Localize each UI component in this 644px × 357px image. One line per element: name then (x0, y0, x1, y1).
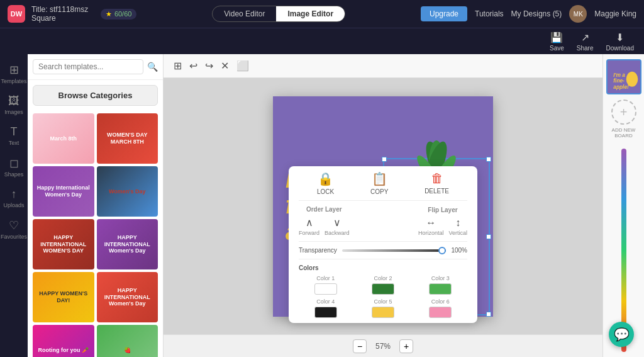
templates-icon: ⊞ (9, 63, 19, 77)
copy-label: COPY (370, 188, 388, 195)
lock-icon: 🔒 (318, 171, 333, 186)
search-button[interactable]: 🔍 (147, 62, 158, 72)
rating-badge: ★ 60/60 (101, 9, 137, 20)
topbar-right: Upgrade Tutorials My Designs (5) MK Magg… (421, 5, 636, 23)
text-label: Text (9, 140, 19, 146)
transparency-value: 100% (451, 247, 467, 254)
copy-button[interactable]: 📋 COPY (370, 171, 388, 195)
color-item-4: Color 4 (299, 298, 352, 318)
order-layer-group: Order Layer ∧ Forward ∨ Backward (299, 206, 350, 236)
floating-toolbar: 🔒 LOCK 📋 COPY 🗑 DELETE Order Layer (289, 166, 477, 323)
horizontal-label: Horizontal (418, 230, 444, 236)
topbar-title: Title: stf1118msz Square (31, 5, 94, 23)
close-icon[interactable]: ✕ (221, 60, 229, 72)
delete-button[interactable]: 🗑 DELETE (425, 171, 449, 195)
shapes-label: Shapes (4, 171, 24, 178)
shapes-icon: ◻ (9, 156, 19, 170)
toolbar-row-1: 🔒 LOCK 📋 COPY 🗑 DELETE (299, 171, 467, 201)
order-arrows: ∧ Forward ∨ Backward (299, 217, 350, 236)
tab-image-editor[interactable]: Image Editor (276, 6, 345, 21)
undo-icon[interactable]: ↩ (189, 60, 197, 72)
chat-bubble[interactable]: 💬 (609, 322, 634, 347)
backward-button[interactable]: ∨ (333, 217, 341, 229)
canvas-toolbar: ⊞ ↩ ↪ ✕ ⬜ (164, 54, 602, 78)
color-2-swatch[interactable] (372, 283, 394, 295)
flip-vertical-button[interactable]: ↕ (455, 217, 460, 229)
color-6-label: Color 6 (431, 298, 450, 305)
handle-mr[interactable] (486, 234, 491, 239)
color-item-5: Color 5 (356, 298, 409, 318)
template-thumb[interactable]: Happy International Women's Day (33, 166, 94, 217)
save-icon: 💾 (550, 31, 563, 43)
color-item-3: Color 3 (414, 275, 467, 295)
upgrade-button[interactable]: Upgrade (421, 6, 467, 21)
zoom-out-button[interactable]: − (353, 339, 367, 353)
color-6-swatch[interactable] (429, 307, 452, 318)
handle-tr[interactable] (486, 157, 491, 162)
template-thumb[interactable]: HAPPY INTERNATIONAL WOMEN'S DAY (33, 219, 94, 269)
sidebar-item-favourites[interactable]: ♡ Favourites (1, 215, 26, 244)
sidebar-item-uploads[interactable]: ↑ Uploads (1, 184, 26, 212)
topbar: DW Title: stf1118msz Square ★ 60/60 Vide… (0, 0, 644, 28)
search-input[interactable] (33, 59, 143, 74)
template-thumb[interactable]: HAPPY WOMEN'S DAY! (33, 272, 94, 322)
transparency-bar[interactable] (342, 249, 447, 252)
transparency-handle[interactable] (438, 247, 446, 254)
my-designs-link[interactable]: My Designs (5) (511, 9, 562, 18)
forward-button[interactable]: ∧ (306, 217, 313, 229)
templates-label: Templates (1, 78, 26, 84)
right-panel: I'm a fine- apple! + ADD NEW BOARD (602, 54, 644, 357)
browse-categories-button[interactable]: Browse Categories (33, 85, 158, 106)
flip-horizontal-button[interactable]: ↔ (426, 217, 436, 229)
sidebar-item-text[interactable]: T Text (1, 122, 26, 150)
color-4-label: Color 4 (316, 298, 335, 305)
color-3-swatch[interactable] (429, 283, 452, 295)
colors-grid: Color 1 Color 2 Color 3 Color 4 (299, 275, 467, 318)
template-thumb[interactable]: HAPPY INTERNATIONAL Women's Day (97, 219, 158, 269)
add-board-button[interactable]: + (611, 99, 636, 125)
share-label: Share (577, 45, 594, 52)
search-bar: 🔍 (28, 54, 163, 80)
tab-video-editor[interactable]: Video Editor (213, 6, 276, 21)
share-button[interactable]: ↗ Share (577, 31, 594, 52)
template-panel: 🔍 Browse Categories March 8th WOMEN'S DA… (28, 54, 164, 357)
copy-icon: 📋 (372, 171, 387, 186)
lock-button[interactable]: 🔒 LOCK (317, 171, 334, 195)
template-thumb[interactable]: March 8th (33, 113, 94, 164)
text-icon: T (11, 125, 18, 139)
grid-icon[interactable]: ⊞ (174, 60, 182, 72)
favourites-icon: ♡ (9, 218, 19, 232)
flip-arrows: ↔ Horizontal ↕ Vertical (418, 217, 467, 236)
favourites-label: Favourites (1, 234, 27, 240)
editor-tabs: Video Editor Image Editor (212, 6, 345, 22)
color-4-swatch[interactable] (314, 307, 337, 318)
avatar[interactable]: MK (569, 5, 587, 23)
sidebar-item-images[interactable]: 🖼 Images (1, 91, 26, 119)
colors-title: Colors (299, 264, 467, 271)
save-button[interactable]: 💾 Save (550, 31, 564, 52)
canvas-thumbnail[interactable]: I'm a fine- apple! (606, 59, 641, 94)
actionbar: 💾 Save ↗ Share ⬇ Download (0, 28, 644, 54)
color-item-2: Color 2 (356, 275, 409, 295)
toolbar-row-3: Transparency 100% (299, 247, 467, 259)
template-thumb[interactable]: 🍓 (97, 325, 158, 357)
template-thumb[interactable]: HAPPY INTERNATIONAL Women's Day (97, 272, 158, 322)
images-label: Images (4, 109, 23, 115)
template-thumb[interactable]: WOMEN'S DAY MARCH 8TH (97, 113, 158, 164)
color-1-swatch[interactable] (314, 283, 337, 295)
sidebar-item-shapes[interactable]: ◻ Shapes (1, 152, 26, 181)
color-item-6: Color 6 (414, 298, 467, 318)
zoom-in-button[interactable]: + (399, 339, 413, 353)
color-5-swatch[interactable] (372, 307, 394, 318)
sidebar-item-templates[interactable]: ⊞ Templates (1, 59, 26, 88)
rating-value: 60/60 (114, 10, 132, 18)
download-button[interactable]: ⬇ Download (606, 31, 634, 52)
tutorials-link[interactable]: Tutorials (475, 9, 504, 18)
rating-star: ★ (106, 10, 112, 18)
handle-br[interactable] (486, 312, 491, 317)
expand-icon[interactable]: ⬜ (236, 60, 249, 72)
template-thumb[interactable]: Women's Day (97, 166, 158, 217)
flip-layer-group: Flip Layer ↔ Horizontal ↕ Vertical (418, 207, 467, 236)
template-thumb[interactable]: Rooting for you 🥕 (33, 325, 94, 357)
redo-icon[interactable]: ↪ (205, 60, 213, 72)
